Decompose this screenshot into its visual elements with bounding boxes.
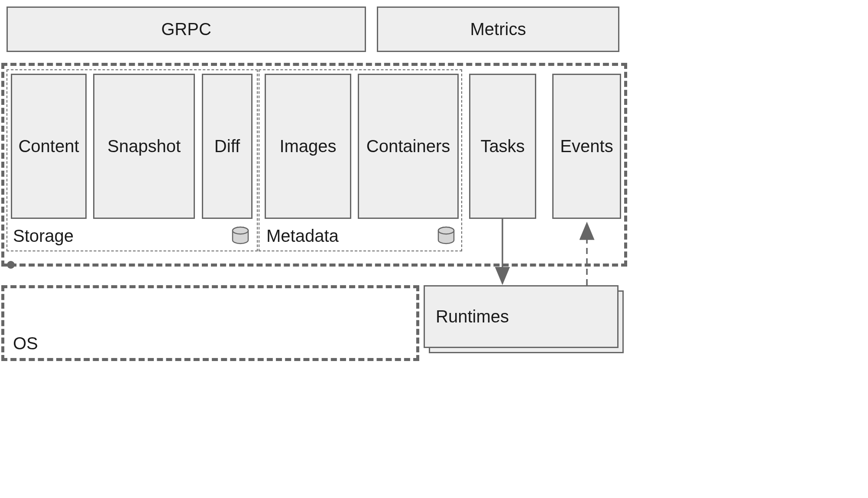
grpc-label: GRPC — [161, 20, 211, 39]
events-label: Events — [560, 137, 613, 156]
snapshot-box: Snapshot — [93, 74, 195, 219]
tasks-label: Tasks — [480, 137, 525, 156]
os-container — [1, 285, 419, 361]
grpc-box: GRPC — [6, 7, 366, 52]
containers-label: Containers — [366, 137, 450, 156]
snapshot-label: Snapshot — [107, 137, 181, 156]
images-label: Images — [279, 137, 336, 156]
runtimes-label: Runtimes — [436, 307, 509, 326]
images-box: Images — [265, 74, 351, 219]
events-box: Events — [552, 74, 621, 219]
content-box: Content — [11, 74, 87, 219]
diff-box: Diff — [202, 74, 253, 219]
tasks-box: Tasks — [469, 74, 536, 219]
metrics-box: Metrics — [377, 7, 619, 52]
os-label: OS — [13, 334, 38, 353]
diff-label: Diff — [214, 137, 240, 156]
architecture-diagram: GRPC Metrics Content Snapshot Diff Image… — [0, 0, 868, 498]
metadata-label: Metadata — [266, 226, 339, 246]
runtimes-box: Runtimes — [424, 285, 619, 348]
storage-label: Storage — [13, 226, 74, 246]
content-label: Content — [18, 137, 79, 156]
containers-box: Containers — [358, 74, 459, 219]
metrics-label: Metrics — [470, 20, 526, 39]
